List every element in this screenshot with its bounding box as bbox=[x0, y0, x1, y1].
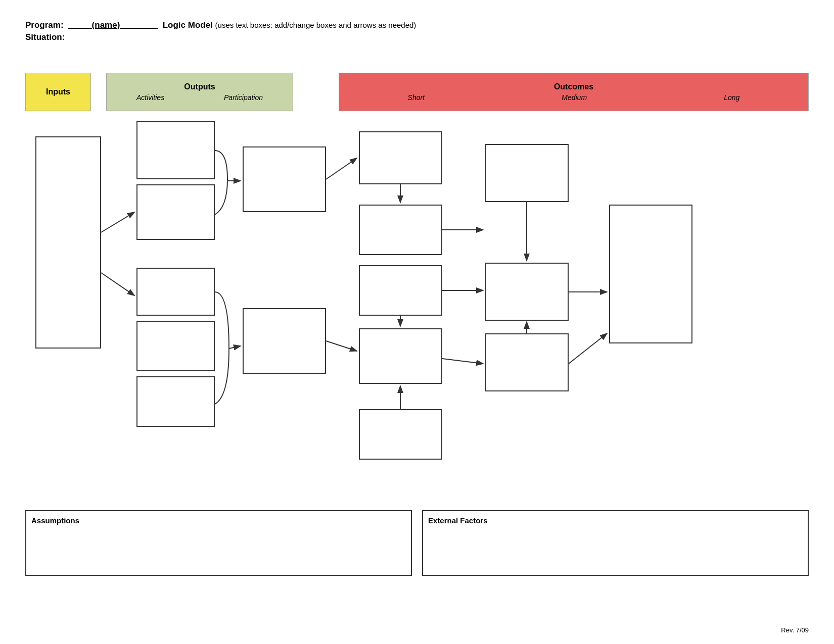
logic-model-label: Logic Model bbox=[163, 20, 213, 30]
assumptions-box[interactable]: Assumptions bbox=[25, 510, 412, 576]
medium-outcome-box-2[interactable] bbox=[485, 263, 569, 321]
inputs-box[interactable] bbox=[35, 136, 101, 349]
outcomes-sub-long: Long bbox=[724, 93, 739, 102]
medium-outcome-box-1[interactable] bbox=[485, 144, 569, 202]
activity-box-3[interactable] bbox=[136, 268, 215, 316]
diagram bbox=[25, 116, 809, 500]
svg-line-1 bbox=[101, 212, 134, 232]
short-outcome-box-4[interactable] bbox=[359, 328, 442, 384]
svg-line-13 bbox=[442, 359, 483, 364]
header-line1: Program: _____(name)________ Logic Model… bbox=[25, 20, 809, 30]
svg-line-5 bbox=[326, 158, 357, 179]
page: Program: _____(name)________ Logic Model… bbox=[0, 0, 834, 644]
svg-line-4 bbox=[229, 346, 241, 349]
activity-box-2[interactable] bbox=[136, 184, 215, 240]
column-headers: Inputs Outputs Activities Participation … bbox=[25, 73, 809, 111]
svg-line-16 bbox=[569, 333, 607, 364]
outcomes-sub-labels: Short Medium Long bbox=[339, 93, 808, 102]
assumptions-label: Assumptions bbox=[31, 516, 406, 525]
header: Program: _____(name)________ Logic Model… bbox=[25, 20, 809, 42]
short-outcome-box-2[interactable] bbox=[359, 205, 442, 255]
medium-outcome-box-3[interactable] bbox=[485, 333, 569, 391]
short-outcome-box-3[interactable] bbox=[359, 265, 442, 316]
situation-label: Situation: bbox=[25, 32, 809, 42]
outputs-main-label: Outputs bbox=[184, 82, 215, 91]
outcomes-main-label: Outcomes bbox=[554, 82, 593, 91]
external-factors-label: External Factors bbox=[428, 516, 803, 525]
outcomes-sub-short: Short bbox=[408, 93, 425, 102]
instruction-text: (uses text boxes: add/change boxes and a… bbox=[215, 21, 416, 29]
activity-box-4[interactable] bbox=[136, 321, 215, 371]
outputs-sub-activities: Activities bbox=[136, 93, 164, 102]
outputs-sub-labels: Activities Participation bbox=[107, 93, 293, 102]
participation-box-1[interactable] bbox=[243, 146, 326, 212]
long-outcome-box[interactable] bbox=[609, 205, 692, 343]
gap1 bbox=[91, 73, 106, 111]
svg-line-2 bbox=[101, 273, 134, 295]
outcomes-sub-medium: Medium bbox=[562, 93, 587, 102]
participation-box-2[interactable] bbox=[243, 308, 326, 374]
short-outcome-box-1[interactable] bbox=[359, 131, 442, 184]
program-name: _____(name)________ bbox=[68, 20, 158, 30]
outcomes-header: Outcomes Short Medium Long bbox=[339, 73, 809, 111]
svg-line-6 bbox=[326, 341, 357, 351]
revision-text: Rev. 7/09 bbox=[781, 626, 809, 634]
program-label: Program: bbox=[25, 20, 64, 30]
short-outcome-box-5[interactable] bbox=[359, 409, 442, 460]
outputs-header: Outputs Activities Participation bbox=[106, 73, 293, 111]
inputs-header: Inputs bbox=[25, 73, 91, 111]
bottom-section: Assumptions External Factors bbox=[25, 510, 809, 576]
activity-box-1[interactable] bbox=[136, 121, 215, 179]
gap2 bbox=[293, 73, 339, 111]
activity-box-5[interactable] bbox=[136, 376, 215, 427]
outputs-sub-participation: Participation bbox=[224, 93, 263, 102]
external-factors-box[interactable]: External Factors bbox=[422, 510, 809, 576]
